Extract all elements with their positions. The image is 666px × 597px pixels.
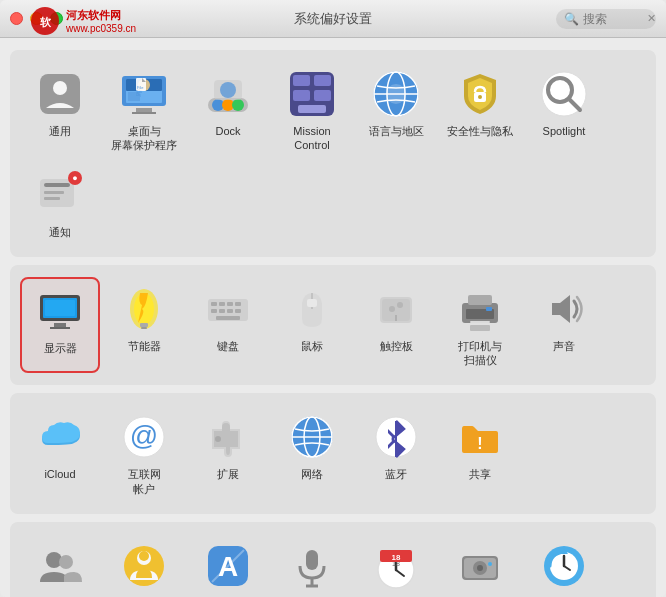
pref-general[interactable]: 通用 xyxy=(20,62,100,159)
pref-energy[interactable]: 节能器 xyxy=(104,277,184,374)
svg-point-104 xyxy=(488,562,492,566)
svg-rect-49 xyxy=(140,323,148,327)
pref-spotlight[interactable]: Spotlight xyxy=(524,62,604,159)
svg-rect-62 xyxy=(307,299,317,307)
pref-network-label: 网络 xyxy=(301,467,323,481)
svg-rect-46 xyxy=(45,300,75,316)
close-button[interactable] xyxy=(10,12,23,25)
pref-mouse-label: 鼠标 xyxy=(301,339,323,353)
pref-icloud[interactable]: iCloud xyxy=(20,405,100,502)
pref-printer-label: 打印机与 扫描仪 xyxy=(458,339,502,368)
pref-language-label: 语言与地区 xyxy=(369,124,424,138)
svg-rect-26 xyxy=(314,90,331,101)
title-bar: 软 河东软件网 www.pc0359.cn 系统偏好设置 🔍 ✕ xyxy=(0,0,666,38)
svg-rect-41 xyxy=(44,197,60,200)
pref-language[interactable]: 语言与地区 xyxy=(356,62,436,159)
search-clear-icon[interactable]: ✕ xyxy=(647,12,656,25)
pref-sharing-label: 共享 xyxy=(469,467,491,481)
svg-point-34 xyxy=(478,95,482,99)
section-system: 用户与群组 家长控制 xyxy=(10,522,656,597)
pref-mission-control-label: Mission Control xyxy=(293,124,330,153)
pref-display-label: 显示器 xyxy=(44,341,77,355)
svg-point-84 xyxy=(59,555,73,569)
search-bar[interactable]: 🔍 ✕ xyxy=(556,9,656,29)
watermark-url: www.pc0359.cn xyxy=(66,23,136,34)
svg-rect-73 xyxy=(486,307,492,311)
pref-network[interactable]: 网络 xyxy=(272,405,352,502)
search-input[interactable] xyxy=(583,12,643,26)
svg-text:Obj: Obj xyxy=(136,93,141,97)
pref-spotlight-label: Spotlight xyxy=(543,124,586,138)
pref-notification[interactable]: ● 通知 xyxy=(20,163,100,245)
svg-rect-8 xyxy=(136,108,152,112)
pref-security[interactable]: 安全性与隐私 xyxy=(440,62,520,159)
search-icon: 🔍 xyxy=(564,12,579,26)
system-preferences-window: 软 河东软件网 www.pc0359.cn 系统偏好设置 🔍 ✕ xyxy=(0,0,666,597)
svg-rect-91 xyxy=(306,550,318,570)
pref-bluetooth[interactable]: 蓝牙 xyxy=(356,405,436,502)
pref-dock[interactable]: Dock xyxy=(188,62,268,159)
pref-general-label: 通用 xyxy=(49,124,71,138)
pref-datetime[interactable]: 18 18 日期与时间 xyxy=(356,534,436,597)
section-personal: 通用 xyxy=(10,50,656,257)
pref-desktop-label: 桌面与 屏幕保护程序 xyxy=(111,124,177,153)
pref-users[interactable]: 用户与群组 xyxy=(20,534,100,597)
svg-rect-44 xyxy=(54,323,66,327)
pref-extensions[interactable]: 扩展 xyxy=(188,405,268,502)
pref-display[interactable]: 显示器 xyxy=(20,277,100,374)
svg-text:@: @ xyxy=(130,420,158,451)
pref-sharing[interactable]: ! 共享 xyxy=(440,405,520,502)
watermark: 软 河东软件网 www.pc0359.cn xyxy=(30,6,136,36)
pref-bluetooth-label: 蓝牙 xyxy=(385,467,407,481)
pref-internet-accounts-label: 互联网 帐户 xyxy=(128,467,161,496)
svg-rect-58 xyxy=(227,309,233,313)
svg-text:18: 18 xyxy=(392,553,401,562)
svg-rect-45 xyxy=(50,327,70,329)
pref-sound-label: 声音 xyxy=(553,339,575,353)
svg-rect-71 xyxy=(470,321,490,323)
svg-rect-60 xyxy=(216,316,240,320)
pref-mission-control[interactable]: Mission Control xyxy=(272,62,352,159)
pref-appstore[interactable]: A App Store xyxy=(188,534,268,597)
svg-rect-23 xyxy=(293,75,310,86)
pref-timemachine[interactable]: Time Machine xyxy=(524,534,604,597)
svg-point-21 xyxy=(220,82,236,98)
pref-keyboard[interactable]: 键盘 xyxy=(188,277,268,374)
svg-rect-70 xyxy=(468,295,492,305)
svg-rect-9 xyxy=(132,112,156,114)
svg-rect-50 xyxy=(141,327,147,329)
svg-rect-27 xyxy=(298,105,326,113)
pref-parental[interactable]: 家长控制 xyxy=(104,534,184,597)
svg-rect-55 xyxy=(235,302,241,306)
svg-rect-59 xyxy=(235,309,241,313)
svg-point-76 xyxy=(215,436,221,442)
svg-rect-72 xyxy=(470,325,490,331)
pref-internet-accounts[interactable]: @ 互联网 帐户 xyxy=(104,405,184,502)
svg-rect-57 xyxy=(219,309,225,313)
pref-mouse[interactable]: 鼠标 xyxy=(272,277,352,374)
pref-desktop[interactable]: File New Obj 桌面与 屏幕保护程序 xyxy=(104,62,184,159)
svg-text:软: 软 xyxy=(39,16,52,28)
section-hardware: 显示器 节能器 xyxy=(10,265,656,386)
svg-point-103 xyxy=(477,565,483,571)
pref-dictation[interactable]: 听写与语音 xyxy=(272,534,352,597)
pref-sound[interactable]: 声音 xyxy=(524,277,604,374)
svg-rect-40 xyxy=(44,191,64,194)
svg-rect-53 xyxy=(219,302,225,306)
pref-extensions-label: 扩展 xyxy=(217,467,239,481)
window-title: 系统偏好设置 xyxy=(294,10,372,28)
pref-security-label: 安全性与隐私 xyxy=(447,124,513,138)
pref-trackpad-label: 触控板 xyxy=(380,339,413,353)
pref-icloud-label: iCloud xyxy=(44,467,75,481)
svg-rect-24 xyxy=(314,75,331,86)
pref-trackpad[interactable]: 触控板 xyxy=(356,277,436,374)
svg-rect-25 xyxy=(293,90,310,101)
pref-startup[interactable]: 启动磁盘 xyxy=(440,534,520,597)
svg-point-19 xyxy=(232,99,244,111)
svg-rect-56 xyxy=(211,309,217,313)
pref-energy-label: 节能器 xyxy=(128,339,161,353)
pref-printer[interactable]: 打印机与 扫描仪 xyxy=(440,277,520,374)
watermark-logo: 软 xyxy=(30,6,60,36)
pref-notification-label: 通知 xyxy=(49,225,71,239)
svg-point-32 xyxy=(386,84,406,104)
